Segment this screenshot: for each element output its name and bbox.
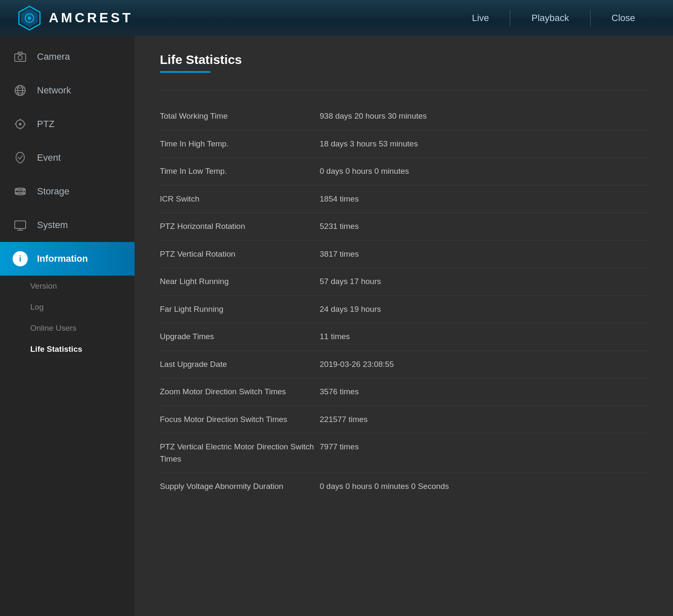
sidebar-item-event[interactable]: Event — [0, 141, 135, 175]
sidebar-label-storage: Storage — [37, 186, 69, 197]
stats-value: 57 days 17 hours — [320, 276, 381, 288]
nav-close[interactable]: Close — [591, 0, 656, 36]
camera-icon — [13, 49, 28, 64]
header-nav: Live Playback Close — [451, 0, 656, 36]
stats-value: 7977 times — [320, 441, 359, 453]
stats-row: Last Upgrade Date2019-03-26 23:08:55 — [160, 351, 648, 379]
amcrest-logo-icon — [17, 5, 42, 31]
svg-point-13 — [19, 123, 21, 125]
sidebar-submenu: Version Log Online Users Life Statistics — [0, 276, 135, 360]
stats-row: Focus Motor Direction Switch Times221577… — [160, 406, 648, 434]
stats-label: Upgrade Times — [160, 331, 320, 343]
stats-label: Total Working Time — [160, 110, 320, 122]
sidebar-subitem-version[interactable]: Version — [30, 276, 135, 297]
svg-rect-22 — [15, 221, 26, 228]
stats-label: Zoom Motor Direction Switch Times — [160, 386, 320, 398]
svg-point-5 — [18, 56, 22, 60]
info-icon: i — [13, 251, 28, 266]
sidebar-item-ptz[interactable]: PTZ — [0, 107, 135, 141]
sidebar-label-event: Event — [37, 152, 61, 163]
sidebar-label-information: Information — [37, 253, 88, 264]
stats-value: 0 days 0 hours 0 minutes — [320, 165, 409, 178]
sidebar-item-camera[interactable]: Camera — [0, 40, 135, 74]
stats-value: 3576 times — [320, 386, 359, 398]
stats-value: 11 times — [320, 331, 350, 343]
svg-rect-6 — [18, 52, 22, 54]
stats-row: PTZ Vertical Rotation3817 times — [160, 241, 648, 268]
stats-row: PTZ Horizontal Rotation5231 times — [160, 213, 648, 241]
sidebar-label-ptz: PTZ — [37, 119, 55, 130]
stats-value: 2019-03-26 23:08:55 — [320, 358, 394, 371]
stats-label: Last Upgrade Date — [160, 358, 320, 371]
title-underline — [160, 71, 210, 73]
stats-label: Focus Motor Direction Switch Times — [160, 414, 320, 426]
stats-label: Near Light Running — [160, 276, 320, 288]
sidebar-label-network: Network — [37, 85, 71, 96]
stats-table: Total Working Time938 days 20 hours 30 m… — [160, 103, 648, 500]
stats-row: Upgrade Times11 times — [160, 323, 648, 351]
nav-playback[interactable]: Playback — [510, 0, 590, 36]
stats-label: PTZ Horizontal Rotation — [160, 220, 320, 233]
logo-area: AMCREST — [17, 5, 133, 31]
nav-live[interactable]: Live — [451, 0, 510, 36]
sidebar-item-network[interactable]: Network — [0, 74, 135, 107]
svg-point-21 — [23, 191, 24, 192]
stats-value: 5231 times — [320, 220, 359, 233]
stats-row: Near Light Running57 days 17 hours — [160, 268, 648, 296]
stats-value: 24 days 19 hours — [320, 303, 381, 316]
header: AMCREST Live Playback Close — [0, 0, 673, 36]
stats-row: ICR Switch1854 times — [160, 186, 648, 213]
stats-row: Supply Voltage Abnormity Duration0 days … — [160, 473, 648, 500]
stats-row: PTZ Vertical Electric Motor Direction Sw… — [160, 433, 648, 473]
stats-value: 1854 times — [320, 193, 359, 205]
logo-text: AMCREST — [49, 10, 133, 26]
sidebar: Camera Network — [0, 36, 135, 616]
stats-label: PTZ Vertical Rotation — [160, 248, 320, 260]
svg-point-3 — [28, 16, 31, 20]
stats-row: Zoom Motor Direction Switch Times3576 ti… — [160, 378, 648, 406]
event-icon — [13, 150, 28, 165]
stats-value: 221577 times — [320, 414, 368, 426]
stats-value: 3817 times — [320, 248, 359, 260]
sidebar-label-camera: Camera — [37, 51, 70, 62]
stats-label: Far Light Running — [160, 303, 320, 316]
main-content: Life Statistics Total Working Time938 da… — [135, 36, 673, 616]
ptz-icon — [13, 117, 28, 132]
sidebar-label-system: System — [37, 220, 68, 231]
sidebar-item-system[interactable]: System — [0, 208, 135, 242]
stats-value: 18 days 3 hours 53 minutes — [320, 138, 418, 150]
stats-label: Supply Voltage Abnormity Duration — [160, 481, 320, 493]
stats-label: Time In High Temp. — [160, 138, 320, 150]
storage-icon — [13, 184, 28, 199]
sidebar-subitem-life-statistics[interactable]: Life Statistics — [30, 339, 135, 360]
sidebar-subitem-online-users[interactable]: Online Users — [30, 318, 135, 339]
stats-row: Far Light Running24 days 19 hours — [160, 296, 648, 324]
main-layout: Camera Network — [0, 36, 673, 616]
stats-label: Time In Low Temp. — [160, 165, 320, 178]
stats-label: PTZ Vertical Electric Motor Direction Sw… — [160, 441, 320, 465]
stats-row: Time In High Temp.18 days 3 hours 53 min… — [160, 130, 648, 158]
svg-rect-4 — [15, 54, 26, 61]
page-title: Life Statistics — [160, 53, 648, 67]
content-divider — [160, 90, 648, 90]
stats-row: Time In Low Temp.0 days 0 hours 0 minute… — [160, 158, 648, 186]
network-icon — [13, 83, 28, 98]
stats-value: 938 days 20 hours 30 minutes — [320, 110, 427, 122]
sidebar-subitem-log[interactable]: Log — [30, 297, 135, 318]
stats-label: ICR Switch — [160, 193, 320, 205]
system-icon — [13, 218, 28, 233]
sidebar-item-storage[interactable]: Storage — [0, 175, 135, 208]
stats-value: 0 days 0 hours 0 minutes 0 Seconds — [320, 481, 449, 493]
sidebar-item-information[interactable]: i Information — [0, 242, 135, 276]
stats-row: Total Working Time938 days 20 hours 30 m… — [160, 103, 648, 130]
